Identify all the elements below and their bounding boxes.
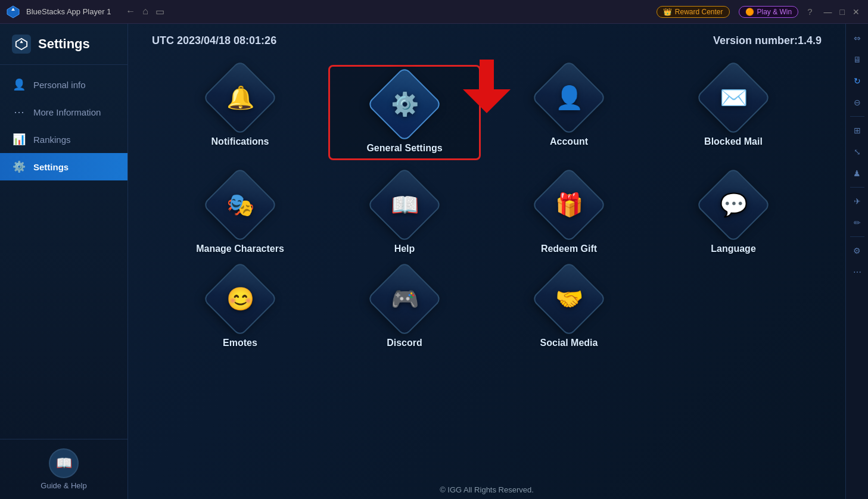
grid-item-account[interactable]: 👤 Account — [493, 65, 645, 160]
utc-time: UTC 2023/04/18 08:01:26 — [152, 35, 276, 47]
play-win-label: Play & Win — [757, 8, 792, 16]
blocked-mail-label: Blocked Mail — [704, 136, 763, 147]
emotes-label: Emotes — [223, 338, 257, 348]
sidebar-item-more-information-label: More Information — [33, 107, 101, 117]
title-bar-right: 👑 Reward Center 🟠 Play & Win ? — □ ✕ — [657, 6, 862, 18]
grid-item-notifications[interactable]: 🔔 Notifications — [164, 65, 316, 160]
notifications-diamond: 🔔 — [207, 65, 273, 130]
social-media-label: Social Media — [540, 338, 598, 348]
right-panel: ⇔ 🖥 ↻ ⊖ ⊞ ⤡ ♟ ✈ ✏ ⚙ ⋯ — [845, 24, 868, 499]
right-panel-icon-8[interactable]: ✈ — [848, 192, 867, 211]
close-button[interactable]: ✕ — [850, 7, 862, 17]
social-media-diamond: 🤝 — [536, 266, 602, 332]
redeem-gift-label: Redeem Gift — [541, 244, 597, 254]
right-panel-icon-9[interactable]: ✏ — [848, 213, 867, 232]
sidebar-item-settings[interactable]: ⚙️ Settings — [0, 153, 127, 180]
right-panel-divider-1 — [850, 116, 864, 117]
sidebar-item-settings-label: Settings — [33, 162, 69, 172]
grid-item-manage-characters[interactable]: 🎭 Manage Characters — [164, 172, 316, 254]
arrow-indicator — [463, 60, 511, 116]
general-settings-diamond: ⚙️ — [372, 71, 437, 137]
help-diamond: 📖 — [372, 172, 437, 238]
sidebar-item-rankings-label: Rankings — [33, 135, 71, 145]
app-logo-icon — [6, 5, 20, 19]
language-label: Language — [711, 244, 756, 254]
account-icon: 👤 — [555, 85, 583, 111]
version-number: Version number:1.4.9 — [713, 35, 822, 47]
grid-item-blocked-mail[interactable]: ✉️ Blocked Mail — [657, 65, 810, 160]
settings-logo-icon — [12, 35, 31, 54]
layers-button[interactable]: ▭ — [155, 6, 164, 17]
copyright-text: © IGG All Rights Reserved. — [440, 485, 534, 494]
main-layout: Settings 👤 Personal info ⋯ More Informat… — [0, 24, 868, 499]
discord-label: Discord — [387, 338, 422, 348]
general-settings-label: General Settings — [366, 143, 442, 154]
sidebar-item-personal-info[interactable]: 👤 Personal info — [0, 71, 127, 98]
sidebar-item-personal-info-label: Personal info — [33, 80, 86, 90]
account-diamond: 👤 — [536, 65, 602, 130]
grid-item-emotes[interactable]: 😊 Emotes — [164, 266, 316, 348]
language-diamond: 💬 — [701, 172, 766, 238]
settings-grid: 🔔 Notifications ⚙️ General Settings 👤 Ac… — [128, 53, 845, 481]
reward-crown-icon: 👑 — [663, 8, 672, 16]
discord-diamond: 🎮 — [372, 266, 437, 332]
home-button[interactable]: ⌂ — [142, 6, 148, 17]
sidebar-item-rankings[interactable]: 📊 Rankings — [0, 126, 127, 153]
sidebar: Settings 👤 Personal info ⋯ More Informat… — [0, 24, 128, 499]
manage-characters-diamond: 🎭 — [207, 172, 273, 238]
app-title: BlueStacks App Player 1 — [26, 7, 111, 16]
playnwin-icon: 🟠 — [745, 8, 754, 16]
manage-characters-label: Manage Characters — [196, 244, 284, 254]
svg-marker-5 — [463, 89, 511, 113]
nav-controls: ← ⌂ ▭ — [126, 6, 164, 17]
discord-icon: 🎮 — [391, 286, 419, 312]
language-icon: 💬 — [720, 192, 748, 218]
right-panel-icon-2[interactable]: 🖥 — [848, 50, 867, 69]
right-panel-icon-more[interactable]: ⋯ — [848, 263, 867, 282]
right-panel-icon-1[interactable]: ⇔ — [848, 29, 867, 48]
reward-center-label: Reward Center — [675, 8, 723, 16]
right-panel-icon-5[interactable]: ⊞ — [848, 121, 867, 140]
notifications-icon: 🔔 — [226, 85, 254, 111]
help-button[interactable]: ? — [807, 7, 812, 17]
right-panel-icon-3[interactable]: ↻ — [848, 71, 867, 91]
guide-help-button[interactable]: 📖 Guide & Help — [12, 448, 116, 490]
right-panel-divider-2 — [850, 187, 864, 188]
account-label: Account — [550, 136, 588, 147]
manage-characters-icon: 🎭 — [226, 192, 254, 218]
back-button[interactable]: ← — [126, 6, 135, 17]
maximize-button[interactable]: □ — [838, 7, 847, 17]
right-panel-divider-3 — [850, 236, 864, 237]
play-and-win-button[interactable]: 🟠 Play & Win — [739, 6, 799, 18]
emotes-diamond: 😊 — [207, 266, 273, 332]
more-information-icon: ⋯ — [12, 105, 26, 118]
personal-info-icon: 👤 — [12, 78, 26, 91]
grid-item-general-settings[interactable]: ⚙️ General Settings — [328, 65, 481, 160]
grid-item-social-media[interactable]: 🤝 Social Media — [493, 266, 645, 348]
sidebar-items: 👤 Personal info ⋯ More Information 📊 Ran… — [0, 65, 127, 439]
settings-icon: ⚙️ — [12, 160, 26, 173]
title-bar: BlueStacks App Player 1 ← ⌂ ▭ 👑 Reward C… — [0, 0, 868, 24]
sidebar-footer: 📖 Guide & Help — [0, 439, 127, 499]
right-panel-icon-4[interactable]: ⊖ — [848, 93, 867, 112]
right-panel-icon-7[interactable]: ♟ — [848, 164, 867, 183]
window-controls: — □ ✕ — [822, 7, 862, 17]
emotes-icon: 😊 — [226, 286, 254, 312]
help-icon: 📖 — [391, 192, 419, 218]
social-media-icon: 🤝 — [555, 286, 583, 312]
minimize-button[interactable]: — — [822, 7, 835, 17]
grid-item-language[interactable]: 💬 Language — [657, 172, 810, 254]
content-footer: © IGG All Rights Reserved. — [128, 481, 845, 499]
right-panel-icon-6[interactable]: ⤡ — [848, 142, 867, 161]
grid-item-redeem-gift[interactable]: 🎁 Redeem Gift — [493, 172, 645, 254]
general-settings-icon: ⚙️ — [391, 91, 419, 117]
right-panel-icon-gear[interactable]: ⚙ — [848, 241, 867, 260]
grid-item-help[interactable]: 📖 Help — [328, 172, 481, 254]
sidebar-item-more-information[interactable]: ⋯ More Information — [0, 98, 127, 126]
title-bar-left: BlueStacks App Player 1 ← ⌂ ▭ — [6, 5, 657, 19]
guide-help-icon: 📖 — [49, 448, 79, 478]
sidebar-title: Settings — [38, 36, 90, 52]
guide-help-label: Guide & Help — [41, 481, 86, 490]
reward-center-button[interactable]: 👑 Reward Center — [657, 6, 730, 18]
grid-item-discord[interactable]: 🎮 Discord — [328, 266, 481, 348]
